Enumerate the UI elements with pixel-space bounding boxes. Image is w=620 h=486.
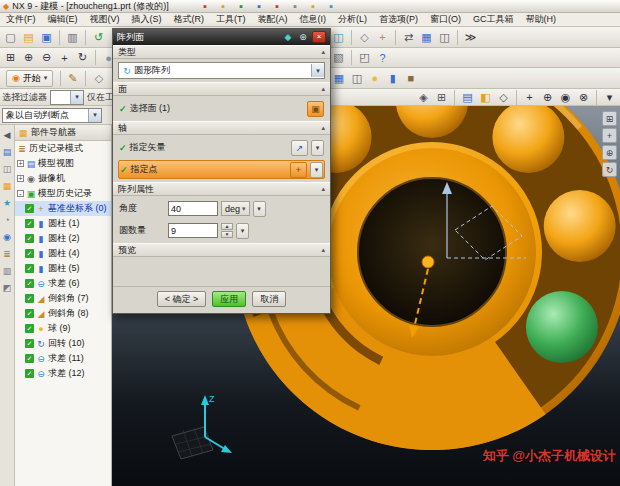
snap-end-icon[interactable]: + <box>521 89 538 105</box>
close-icon[interactable]: × <box>312 31 326 43</box>
feature-checkbox[interactable]: ✓ <box>25 234 34 243</box>
menu-item[interactable]: 编辑(E) <box>42 13 84 26</box>
quick-2-icon[interactable]: ▪ <box>215 0 232 14</box>
start-menu-button[interactable]: ◉ 开始 ▾ <box>6 70 53 87</box>
assembly-navigator-icon[interactable]: ▤ <box>1 145 14 158</box>
menu-item[interactable]: 装配(A) <box>252 13 294 26</box>
menu-item[interactable]: 文件(F) <box>0 13 42 26</box>
web-browser-icon[interactable]: ◉ <box>1 230 14 243</box>
dialog-clip-icon[interactable]: ◆ <box>282 32 294 42</box>
navigator-item[interactable]: ✓▮圆柱 (2) <box>15 231 111 246</box>
menu-item[interactable]: 信息(I) <box>294 13 333 26</box>
menu-item[interactable]: 工具(T) <box>210 13 252 26</box>
rotate-view-icon[interactable]: ↻ <box>74 50 91 66</box>
highlight-icon[interactable]: ◈ <box>415 89 432 105</box>
feature-checkbox[interactable]: ✓ <box>25 369 34 378</box>
navigator-item[interactable]: ✓◢倒斜角 (8) <box>15 306 111 321</box>
spinner-up-icon[interactable]: ▲ <box>221 223 233 230</box>
snap-point-dropdown[interactable]: 象以自动判断点 ▾ <box>2 108 102 123</box>
feature-checkbox[interactable]: ✓ <box>25 294 34 303</box>
count-input[interactable] <box>168 223 218 238</box>
count-options-button[interactable]: ▾ <box>236 223 249 239</box>
history-palette-icon[interactable]: ≣ <box>1 247 14 260</box>
pattern-face-icon[interactable]: ▦ <box>418 29 435 45</box>
help-icon[interactable]: ? <box>374 50 391 66</box>
quick-4-icon[interactable]: ▪ <box>251 0 268 14</box>
count-spinner[interactable]: ▲ ▼ <box>221 223 233 238</box>
expand-toggle[interactable]: - <box>17 190 24 197</box>
feature-checkbox[interactable]: ✓ <box>25 219 34 228</box>
point-dialog-button[interactable]: + <box>290 162 307 178</box>
axis-section-header[interactable]: 轴 ▴ <box>113 121 330 135</box>
navigator-item[interactable]: ✓⊖求差 (6) <box>15 276 111 291</box>
angle-options-button[interactable]: ▾ <box>253 201 266 217</box>
feature-checkbox[interactable]: ✓ <box>25 309 34 318</box>
more-options-icon[interactable]: ▾ <box>601 89 618 105</box>
edge-rule-icon[interactable]: ◇ <box>495 89 512 105</box>
quick-3-icon[interactable]: ▪ <box>233 0 250 14</box>
menu-item[interactable]: GC工具箱 <box>467 13 520 26</box>
datum-csys-icon[interactable]: + <box>374 29 391 45</box>
expand-toggle[interactable]: + <box>17 175 24 182</box>
constraint-navigator-icon[interactable]: ◫ <box>1 162 14 175</box>
feature-checkbox[interactable]: ✓ <box>25 279 34 288</box>
roles-icon[interactable]: ◩ <box>1 281 14 294</box>
snap-intersection-icon[interactable]: ⊗ <box>575 89 592 105</box>
select-all-icon[interactable]: ⊞ <box>433 89 450 105</box>
navigator-item[interactable]: ✓+基准坐标系 (0) <box>15 201 111 216</box>
navigator-item[interactable]: -▣模型历史记录 <box>15 186 111 201</box>
navigator-item[interactable]: ✓◢倒斜角 (7) <box>15 291 111 306</box>
navigator-item[interactable]: ✓▮圆柱 (5) <box>15 261 111 276</box>
point-options-button[interactable]: ▾ <box>310 162 323 178</box>
mirror-feature-icon[interactable]: ◫ <box>348 70 365 86</box>
top-selection-icon[interactable]: ▤ <box>459 89 476 105</box>
maximize-view-icon[interactable]: ⊞ <box>602 111 617 126</box>
orbit-view-icon[interactable]: ↻ <box>602 162 617 177</box>
window-icon[interactable]: ◰ <box>356 50 373 66</box>
cylinder-icon[interactable]: ▮ <box>384 70 401 86</box>
quick-6-icon[interactable]: ▪ <box>287 0 304 14</box>
menu-item[interactable]: 视图(V) <box>84 13 126 26</box>
sphere-icon[interactable]: ● <box>366 70 383 86</box>
navigator-item[interactable]: ✓↻回转 (10) <box>15 336 111 351</box>
shell-icon[interactable]: ◫ <box>330 29 347 45</box>
angle-input[interactable] <box>168 201 218 216</box>
datum-plane-icon[interactable]: ◇ <box>356 29 373 45</box>
sketch-icon[interactable]: ✎ <box>64 70 81 86</box>
undo-icon[interactable]: ↺ <box>90 29 107 45</box>
system-materials-icon[interactable]: ▥ <box>1 264 14 277</box>
pan-view-icon[interactable]: + <box>602 128 617 143</box>
navigator-item[interactable]: ✓▮圆柱 (4) <box>15 246 111 261</box>
feature-checkbox[interactable]: ✓ <box>25 354 34 363</box>
bearing-ball[interactable] <box>544 190 616 262</box>
reuse-library-icon[interactable]: ★ <box>1 196 14 209</box>
menu-item[interactable]: 首选项(P) <box>373 13 424 26</box>
quick-8-icon[interactable]: ▪ <box>323 0 340 14</box>
fit-view-icon[interactable]: ⊞ <box>2 50 19 66</box>
pattern-feature-icon[interactable]: ▦ <box>330 70 347 86</box>
hd3d-tools-icon[interactable]: ◔ <box>1 213 14 226</box>
datum-plane-icon[interactable]: ◇ <box>90 70 107 86</box>
specify-point-row[interactable]: ✓ 指定点 + ▾ <box>118 160 325 179</box>
face-rule-icon[interactable]: ◧ <box>477 89 494 105</box>
feature-checkbox[interactable]: ✓ <box>25 324 34 333</box>
move-face-icon[interactable]: ⇄ <box>400 29 417 45</box>
apply-button[interactable]: 应用 <box>212 291 246 307</box>
gear-icon[interactable]: ⊛ <box>297 32 309 42</box>
vector-options-button[interactable]: ▾ <box>311 140 324 156</box>
face-select-button[interactable]: ▣ <box>307 101 324 117</box>
angle-unit-dropdown[interactable]: deg ▾ <box>221 201 250 216</box>
feature-checkbox[interactable]: ✓ <box>25 204 34 213</box>
bearing-bore[interactable] <box>358 178 506 326</box>
menu-item[interactable]: 格式(R) <box>168 13 211 26</box>
snap-center-icon[interactable]: ◉ <box>557 89 574 105</box>
zoom-view-icon[interactable]: ⊕ <box>602 145 617 160</box>
cancel-button[interactable]: 取消 <box>252 291 286 307</box>
grid-icon[interactable]: ▧ <box>330 50 347 66</box>
zoom-out-icon[interactable]: ⊖ <box>38 50 55 66</box>
pattern-type-dropdown[interactable]: ↻ 圆形阵列 ▾ <box>118 62 325 79</box>
menu-item[interactable]: 帮助(H) <box>520 13 563 26</box>
navigator-item[interactable]: ✓⊖求差 (12) <box>15 366 111 381</box>
quick-1-icon[interactable]: ▪ <box>197 0 214 14</box>
feature-checkbox[interactable]: ✓ <box>25 249 34 258</box>
